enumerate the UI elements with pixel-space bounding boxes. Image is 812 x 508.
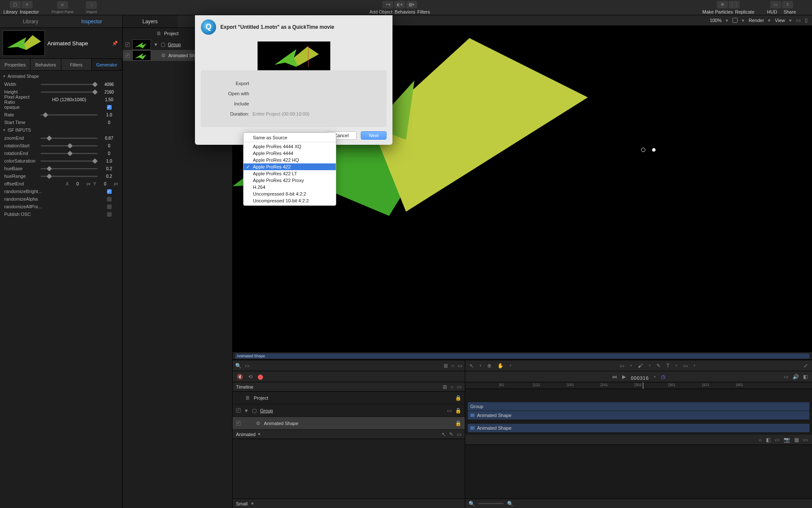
height-slider[interactable] [41, 91, 98, 93]
random-bright-checkbox[interactable] [107, 189, 112, 194]
lock-icon[interactable]: 🔒 [455, 395, 461, 401]
pen-tool[interactable]: ✎ [656, 363, 661, 369]
tab-library[interactable]: Library [0, 15, 61, 28]
kf-icon-2[interactable]: ◧ [766, 437, 771, 443]
text-tool[interactable]: T [667, 363, 669, 369]
codec-option[interactable]: Same as Source [244, 134, 336, 141]
volume-icon[interactable]: 🔊 [793, 374, 799, 380]
rotation-start-value[interactable]: 0 [100, 144, 118, 148]
hue-range-value[interactable]: 0.2 [100, 174, 118, 179]
opt-icon-3[interactable]: ▭ [458, 363, 462, 369]
rotation-end-value[interactable]: 0 [100, 151, 118, 156]
codec-option[interactable]: Apple ProRes 422 HQ [244, 157, 336, 163]
zoom-level[interactable]: 100% [710, 18, 721, 23]
random-all-poi-checkbox[interactable] [107, 204, 112, 209]
publish-osc-checkbox[interactable] [107, 212, 112, 217]
shape-visibility[interactable] [125, 53, 130, 58]
subtab-behaviors[interactable]: Behaviors [30, 59, 61, 70]
track-group[interactable]: Group [468, 402, 809, 411]
out-icon-2[interactable]: ◧ [803, 374, 808, 380]
hud-tool[interactable]: ▭⇪ HUD Share [767, 1, 796, 14]
hue-base-slider[interactable] [41, 168, 98, 169]
offset-y[interactable]: 0 [96, 182, 114, 186]
track-shape-1[interactable]: Animated Shape [468, 411, 809, 420]
opt-icon-2[interactable]: ○ [451, 363, 454, 369]
subtab-generator[interactable]: Generator [92, 59, 122, 70]
offset-x[interactable]: 0 [69, 182, 87, 186]
hand-tool[interactable]: ⊕ [487, 363, 491, 369]
hue-base-value[interactable]: 0.2 [100, 166, 118, 171]
make-particles-tool[interactable]: ✻⋮⋮ Make Particles Replicate [702, 1, 754, 14]
duration-value[interactable]: Entire Project (00:00:10:00) [252, 111, 381, 116]
animated-label[interactable]: Animated [236, 432, 255, 437]
rect-tool[interactable]: ▭ [620, 363, 624, 369]
pin-icon[interactable]: 📌 [112, 41, 118, 46]
next-button[interactable]: Next [361, 131, 387, 140]
filter-icon[interactable]: ▭ [245, 363, 250, 369]
transform-handle[interactable] [641, 148, 656, 152]
codec-option[interactable]: Apple ProRes 4444 XQ [244, 143, 336, 150]
add-object-tool[interactable]: +▾◐▾▦▾ Add Object Behaviors Filters [369, 1, 430, 14]
color-sat-value[interactable]: 1.0 [100, 159, 118, 163]
rotation-end-slider[interactable] [41, 153, 98, 154]
width-slider[interactable] [41, 84, 98, 85]
height-value[interactable]: 2160 [100, 90, 118, 94]
mini-timeline-clip[interactable]: Animated Shape [235, 353, 809, 359]
track-shape-2[interactable]: Animated Shape [468, 424, 809, 432]
tab-layers[interactable]: Layers [123, 15, 178, 28]
zoom-in-icon[interactable]: 🔍 [507, 501, 513, 507]
view-menu[interactable]: View [775, 18, 785, 23]
zoom-slider[interactable] [478, 503, 504, 504]
go-start-icon[interactable]: ⏮ [612, 374, 617, 380]
width-value[interactable]: 4096 [100, 82, 118, 87]
loop-icon[interactable]: ⟲ [248, 374, 252, 380]
mute-icon[interactable]: 🔇 [237, 374, 243, 380]
codec-option-selected[interactable]: Apple ProRes 422 [244, 163, 336, 170]
mask-tool[interactable]: ▭ [683, 363, 688, 369]
section-isf-inputs[interactable]: ISF INPUTS [0, 126, 122, 134]
timecode[interactable]: 000316 [631, 372, 649, 382]
timeline-ruler[interactable]: |61 |121 |181 |241 |301 |361 |421 |481 [465, 382, 812, 389]
view-icon-1[interactable]: ▭ [796, 17, 801, 23]
codec-option[interactable]: Uncompressed 10-bit 4:2:2 [244, 197, 336, 204]
par-preset[interactable]: HD (1280x1080) [38, 97, 100, 102]
codec-option[interactable]: H.264 [244, 184, 336, 190]
color-sat-slider[interactable] [41, 160, 98, 162]
tab-inspector[interactable]: Inspector [61, 15, 123, 28]
record-icon[interactable]: ⬤ [258, 374, 263, 380]
group-visibility[interactable] [125, 42, 130, 47]
play-icon[interactable]: ▶ [622, 374, 626, 380]
codec-option[interactable]: Uncompressed 8-bit 4:2:2 [244, 190, 336, 197]
paint-tool[interactable]: 🖌 [638, 363, 643, 369]
tl-animated-shape[interactable]: ⚙Animated Shape🔒 [233, 417, 465, 430]
rate-slider[interactable] [41, 114, 98, 116]
kf-icon-1[interactable]: ⟐ [759, 437, 762, 443]
project-pane-tool[interactable]: ≡ Project Pane [52, 1, 74, 14]
clock-icon[interactable]: ◷ [661, 374, 665, 380]
pan-tool[interactable]: ✋ [497, 363, 504, 369]
opt-icon-1[interactable]: ⊞ [444, 363, 448, 369]
rotation-start-slider[interactable] [41, 145, 98, 146]
pointer-tool[interactable]: ↖ [469, 363, 474, 369]
codec-option[interactable]: Apple ProRes 4444 [244, 150, 336, 157]
subtab-filters[interactable]: Filters [61, 59, 92, 70]
kf-icon-3[interactable]: ▭ [775, 437, 779, 443]
tl-project[interactable]: 🗎Project🔒 [233, 392, 465, 404]
zoom-out-icon[interactable]: 🔍 [469, 501, 475, 507]
expand-icon[interactable]: ⤢ [804, 363, 808, 369]
out-icon-1[interactable]: ▭ [784, 374, 788, 380]
import-tool[interactable]: ↓ Import [86, 1, 97, 14]
start-time-value[interactable]: 0 [100, 120, 118, 125]
subtab-properties[interactable]: Properties [0, 59, 30, 70]
search-icon[interactable]: 🔍 [235, 363, 241, 369]
rate-value[interactable]: 1.0 [100, 113, 118, 117]
par-value[interactable]: 1.50 [100, 97, 118, 102]
codec-option[interactable]: Apple ProRes 422 Proxy [244, 177, 336, 184]
view-icon-2[interactable]: ▯ [805, 17, 808, 23]
zoom-end-value[interactable]: 0.87 [100, 136, 118, 141]
section-animated-shape[interactable]: Animated Shape [0, 72, 122, 80]
render-menu[interactable]: Render [749, 18, 764, 23]
kf-icon-4[interactable]: 📷 [784, 437, 790, 443]
hue-range-slider[interactable] [41, 176, 98, 177]
library-tool[interactable]: ▢≡ Library Inspector [3, 1, 39, 14]
